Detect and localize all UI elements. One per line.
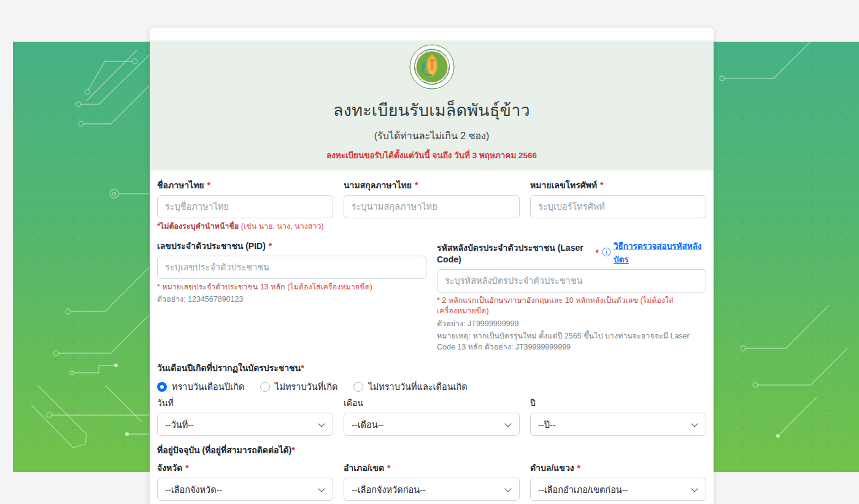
required-asterisk: * — [269, 241, 272, 251]
field-subdistrict: ตำบล/แขวง* --เลือกอำเภอ/เขตก่อน-- — [530, 461, 706, 501]
required-asterisk: * — [596, 248, 599, 258]
birth-day-label: วันที่ — [157, 396, 333, 410]
birth-day-select[interactable]: --วันที่-- — [157, 413, 333, 436]
registration-period-note: ลงทะเบียนขอรับได้ตั้งแต่วันนี้ จนถึง วัน… — [150, 148, 714, 162]
required-asterisk: * — [387, 463, 390, 473]
birth-year-select[interactable]: --ปี-- — [530, 413, 706, 436]
hero-header: กระทรวงเกษตรและสหกรณ์ MINISTRY OF AGRICU… — [150, 40, 714, 170]
page: กระทรวงเกษตรและสหกรณ์ MINISTRY OF AGRICU… — [0, 0, 859, 504]
province-select[interactable]: --เลือกจังหวัด-- — [157, 478, 333, 501]
subdistrict-label: ตำบล/แขวง* — [530, 461, 706, 475]
subdistrict-select[interactable]: --เลือกอำเภอ/เขตก่อน-- — [530, 478, 706, 501]
radio-unknown-birth-day[interactable]: ไม่ทราบวันที่เกิด — [260, 380, 337, 394]
address-section-label: ที่อยู่ปัจจุบัน (ที่อยู่ที่สามารถติดต่อไ… — [157, 443, 706, 457]
field-phone: หมายเลขโทรศัพท์* — [530, 178, 706, 232]
radio-know-full-birthdate[interactable]: ทราบวันเดือนปีเกิด — [157, 380, 244, 394]
pid-example: ตัวอย่าง: 1234567890123 — [157, 294, 426, 305]
field-district: อำเภอ/เขต* --เลือกจังหวัดก่อน-- — [344, 461, 520, 501]
field-pid: เลขประจำตัวประชาชน (PID)* * หมายเลขประจำ… — [157, 239, 426, 353]
form-area: ชื่อภาษาไทย* *ไม่ต้องระบุคำนำหน้าชื่อ (เ… — [150, 170, 714, 501]
laser-note: * 2 หลักแรกเป็นอักษรภาษาอังกฤษและ 10 หลั… — [437, 296, 706, 317]
district-label: อำเภอ/เขต* — [344, 461, 520, 475]
laser-example: ตัวอย่าง: JT9999999999 — [437, 319, 706, 330]
laser-help-link[interactable]: วิธีการตรวจสอบรหัสหลังบัตร — [614, 239, 706, 266]
field-province: จังหวัด* --เลือกจังหวัด-- — [157, 461, 333, 501]
phone-input[interactable] — [530, 195, 706, 218]
row-birthdate-selects: วันที่ --วันที่-- เดือน --เดือน-- ปี --ป… — [157, 396, 706, 436]
row-id-laser: เลขประจำตัวประชาชน (PID)* * หมายเลขประจำ… — [157, 239, 706, 353]
birth-year-label: ปี — [530, 396, 706, 410]
district-select[interactable]: --เลือกจังหวัดก่อน-- — [344, 478, 520, 501]
laser-remark: หมายเหตุ: หากเป็นบัตรรุ่นใหม่ ตั้งแต่ปี … — [437, 331, 706, 353]
row-address-selects: จังหวัด* --เลือกจังหวัด-- อำเภอ/เขต* --เ… — [157, 461, 706, 501]
field-birth-day: วันที่ --วันที่-- — [157, 396, 333, 436]
radio-checked-icon[interactable] — [157, 382, 167, 392]
required-asterisk: * — [185, 463, 188, 473]
laser-label: รหัสหลังบัตรประจำตัวประชาชน (Laser Code)… — [437, 239, 706, 266]
radio-unchecked-icon[interactable] — [353, 382, 363, 392]
field-birth-year: ปี --ปี-- — [530, 396, 706, 436]
required-asterisk: * — [301, 363, 304, 373]
required-asterisk: * — [600, 180, 603, 190]
required-asterisk: * — [291, 445, 295, 455]
birthdate-section-label: วันเดือนปีเกิดที่ปรากฏในบัตรประชาชน* — [157, 361, 706, 375]
radio-unknown-birth-day-month[interactable]: ไม่ทราบวันที่และเดือนเกิด — [353, 380, 467, 394]
pid-label: เลขประจำตัวประชาชน (PID)* — [157, 239, 426, 253]
required-asterisk: * — [577, 463, 580, 473]
last-name-label: นามสกุลภาษาไทย* — [344, 178, 520, 192]
birthdate-radio-group: ทราบวันเดือนปีเกิด ไม่ทราบวันที่เกิด ไม่… — [157, 380, 706, 394]
required-asterisk: * — [207, 180, 210, 190]
last-name-input[interactable] — [344, 195, 520, 218]
page-title: ลงทะเบียนรับเมล็ดพันธุ์ข้าว — [150, 97, 714, 123]
ministry-seal-logo: กระทรวงเกษตรและสหกรณ์ MINISTRY OF AGRICU… — [409, 44, 455, 92]
field-last-name: นามสกุลภาษาไทย* — [344, 178, 520, 232]
card-top-gap — [150, 28, 714, 40]
page-subtitle: (รับได้ท่านละไม่เกิน 2 ซอง) — [150, 128, 714, 143]
birth-month-label: เดือน — [344, 396, 520, 410]
first-name-input[interactable] — [157, 195, 333, 218]
registration-card: กระทรวงเกษตรและสหกรณ์ MINISTRY OF AGRICU… — [150, 28, 714, 504]
phone-label: หมายเลขโทรศัพท์* — [530, 178, 706, 192]
first-name-note: *ไม่ต้องระบุคำนำหน้าชื่อ (เช่น นาย, นาง,… — [157, 221, 333, 232]
info-icon[interactable]: ⓘ — [602, 247, 611, 258]
ministry-seal-icon: กระทรวงเกษตรและสหกรณ์ MINISTRY OF AGRICU… — [409, 44, 455, 90]
field-birth-month: เดือน --เดือน-- — [344, 396, 520, 436]
required-asterisk: * — [415, 180, 418, 190]
pid-input[interactable] — [157, 256, 426, 279]
birth-month-select[interactable]: --เดือน-- — [344, 413, 520, 436]
field-first-name: ชื่อภาษาไทย* *ไม่ต้องระบุคำนำหน้าชื่อ (เ… — [157, 178, 333, 232]
first-name-label: ชื่อภาษาไทย* — [157, 178, 333, 192]
pid-note: * หมายเลขประจำตัวประชาชน 13 หลัก (ไม่ต้อ… — [157, 282, 426, 293]
laser-code-input[interactable] — [437, 269, 706, 292]
province-label: จังหวัด* — [157, 461, 333, 475]
field-laser-code: รหัสหลังบัตรประจำตัวประชาชน (Laser Code)… — [437, 239, 706, 353]
radio-unchecked-icon[interactable] — [260, 382, 270, 392]
row-name-phone: ชื่อภาษาไทย* *ไม่ต้องระบุคำนำหน้าชื่อ (เ… — [157, 178, 706, 232]
